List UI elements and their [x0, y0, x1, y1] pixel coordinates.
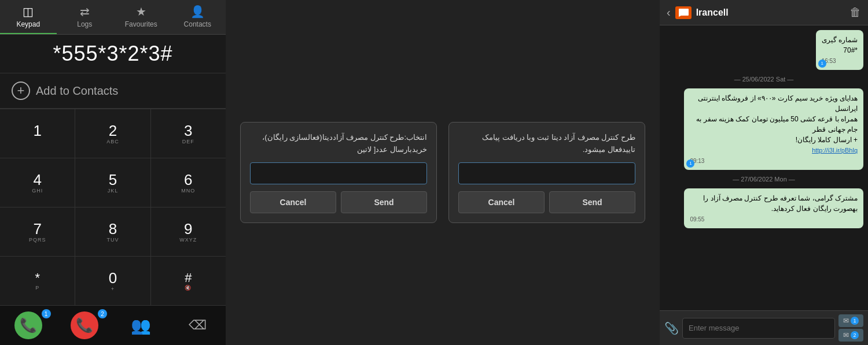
call-badge-1: 1: [42, 309, 51, 318]
key-1[interactable]: 1: [0, 109, 75, 158]
key-8-sub: TUV: [106, 237, 119, 243]
key-2[interactable]: 2 ABC: [75, 109, 150, 158]
call-badge-2: 2: [98, 309, 107, 318]
call-button-1[interactable]: 📞 1: [0, 306, 57, 345]
add-to-contacts-button[interactable]: + Add to Contacts: [0, 73, 226, 109]
nav-tabs: ◫ Keypad ⇄ Logs ★ Favourites 👤 Contacts: [0, 0, 226, 35]
contacts-button[interactable]: 👥: [113, 306, 170, 345]
call-green-icon: 📞: [14, 311, 42, 339]
messages-panel: ‹ Irancell 🗑 شماره گیری*70# 16:53 1 — 25…: [660, 0, 868, 345]
key-star[interactable]: * P: [0, 257, 75, 305]
key-0[interactable]: 0 +: [75, 257, 150, 305]
send-icon-1: ✉: [843, 317, 849, 325]
messages-header: ‹ Irancell 🗑: [660, 0, 868, 25]
key-5-sub: JKL: [108, 188, 119, 194]
dialog-2-input[interactable]: [458, 162, 635, 184]
message-bubble-2: هدایای ویژه خرید سیم کارت «۹۰۰» از فروشگ…: [684, 88, 863, 170]
dialog-2: طرح کنترل مصرف آزاد دیتا ثبت وبا دریافت …: [448, 122, 645, 224]
keypad-grid: 1 2 ABC 3 DEF 4 GHI 5 JKL 6 MNO 7 PQRS 8: [0, 109, 226, 305]
key-hash-sub: 🔇: [185, 285, 192, 291]
messages-app-icon: [675, 6, 692, 19]
bottom-actions: 📞 1 📞 2 👥 ⌫: [0, 305, 226, 345]
key-5-main: 5: [109, 172, 117, 187]
msg-1-indicator: 1: [818, 60, 826, 68]
dialog-1-buttons: Cancel Send: [250, 191, 427, 213]
key-9-sub: WXYZ: [179, 237, 197, 243]
attach-icon[interactable]: 📎: [664, 321, 679, 335]
key-7[interactable]: 7 PQRS: [0, 207, 75, 256]
msg-2-link[interactable]: http://i3l.ir/pBhlq: [812, 147, 858, 154]
send-buttons: ✉ 1 ✉ 2: [838, 314, 863, 342]
dialog-1: انتخاب:طرح کنترل مصرف آزاددیتا(فعالسازی …: [240, 122, 437, 224]
messages-list: شماره گیری*70# 16:53 1 — 25/06/2022 Sat …: [660, 25, 868, 310]
key-6-sub: MNO: [181, 188, 195, 194]
delete-icon: ⌫: [189, 318, 207, 333]
key-hash[interactable]: # 🔇: [151, 257, 226, 305]
dialog-1-send[interactable]: Send: [341, 191, 427, 213]
msg-3-time: 09:55: [690, 215, 858, 224]
favourites-icon: ★: [136, 5, 146, 18]
keypad-panel: ◫ Keypad ⇄ Logs ★ Favourites 👤 Contacts …: [0, 0, 226, 345]
call-button-2[interactable]: 📞 2: [57, 306, 113, 345]
contacts-icon: 👤: [190, 5, 205, 18]
send-icon-2: ✉: [843, 331, 849, 339]
send-badge-top: 1: [851, 317, 859, 325]
key-3[interactable]: 3 DEF: [151, 109, 226, 158]
key-7-sub: PQRS: [29, 237, 46, 243]
key-star-main: *: [35, 272, 40, 284]
send-button-2[interactable]: ✉ 2: [838, 329, 863, 342]
key-7-main: 7: [33, 221, 41, 236]
delete-button[interactable]: ⌫: [170, 306, 226, 345]
tab-logs-label: Logs: [77, 20, 92, 28]
key-1-sub: [36, 139, 39, 144]
contacts-btn-icon: 👥: [131, 316, 151, 335]
key-star-sub: P: [35, 285, 39, 291]
key-4[interactable]: 4 GHI: [0, 158, 75, 207]
msg-2-text: هدایای ویژه خرید سیم کارت «۹۰۰» از فروشگ…: [690, 93, 858, 155]
key-4-main: 4: [33, 172, 41, 187]
key-2-sub: ABC: [106, 139, 119, 144]
msg-1-text: شماره گیری*70#: [822, 35, 858, 55]
key-hash-main: #: [185, 272, 192, 284]
msg-2-time: 09:13: [690, 157, 858, 165]
key-2-main: 2: [109, 123, 117, 138]
dialog-2-cancel[interactable]: Cancel: [458, 191, 545, 213]
key-8-main: 8: [109, 221, 117, 236]
key-9[interactable]: 9 WXYZ: [151, 207, 226, 256]
key-4-sub: GHI: [32, 188, 43, 194]
dialog-2-text: طرح کنترل مصرف آزاد دیتا ثبت وبا دریافت …: [458, 132, 635, 156]
key-8[interactable]: 8 TUV: [75, 207, 150, 256]
key-5[interactable]: 5 JKL: [75, 158, 150, 207]
msg-3-text: مشترک گرامی، شما تعرفه طرح کنترل مصرف آز…: [690, 193, 858, 214]
dialog-2-buttons: Cancel Send: [458, 191, 635, 213]
delete-conversation-icon[interactable]: 🗑: [849, 6, 861, 19]
logs-icon: ⇄: [80, 5, 90, 18]
message-input[interactable]: [682, 318, 835, 339]
message-bubble-1: شماره گیری*70# 16:53 1: [816, 30, 863, 70]
msg-2-indicator: 1: [686, 159, 694, 168]
tab-keypad[interactable]: ◫ Keypad: [0, 0, 57, 34]
tab-keypad-label: Keypad: [16, 20, 40, 28]
back-icon[interactable]: ‹: [667, 6, 671, 19]
date-divider-1: — 25/06/2022 Sat —: [664, 76, 863, 83]
key-0-sub: +: [111, 286, 115, 292]
tab-favourites[interactable]: ★ Favourites: [113, 0, 170, 34]
dialog-1-input[interactable]: [250, 162, 427, 184]
msg-1-time: 16:53: [822, 57, 858, 65]
message-bubble-3: مشترک گرامی، شما تعرفه طرح کنترل مصرف آز…: [684, 188, 863, 228]
send-button-1[interactable]: ✉ 1: [838, 314, 863, 327]
dialog-2-send[interactable]: Send: [549, 191, 635, 213]
tab-favourites-label: Favourites: [125, 20, 157, 28]
date-divider-2: — 27/06/2022 Mon —: [664, 176, 863, 183]
key-1-main: 1: [33, 123, 41, 138]
dialogs-area: انتخاب:طرح کنترل مصرف آزاددیتا(فعالسازی …: [226, 0, 660, 345]
keypad-icon: ◫: [23, 5, 34, 18]
key-9-main: 9: [184, 221, 192, 236]
key-6[interactable]: 6 MNO: [151, 158, 226, 207]
tab-logs[interactable]: ⇄ Logs: [57, 0, 113, 34]
dialog-1-cancel[interactable]: Cancel: [250, 191, 336, 213]
tab-contacts-label: Contacts: [184, 20, 211, 28]
dialog-1-text: انتخاب:طرح کنترل مصرف آزاددیتا(فعالسازی …: [250, 132, 427, 156]
dialed-number: *555*3*2*3#: [0, 35, 226, 73]
tab-contacts[interactable]: 👤 Contacts: [170, 0, 226, 34]
